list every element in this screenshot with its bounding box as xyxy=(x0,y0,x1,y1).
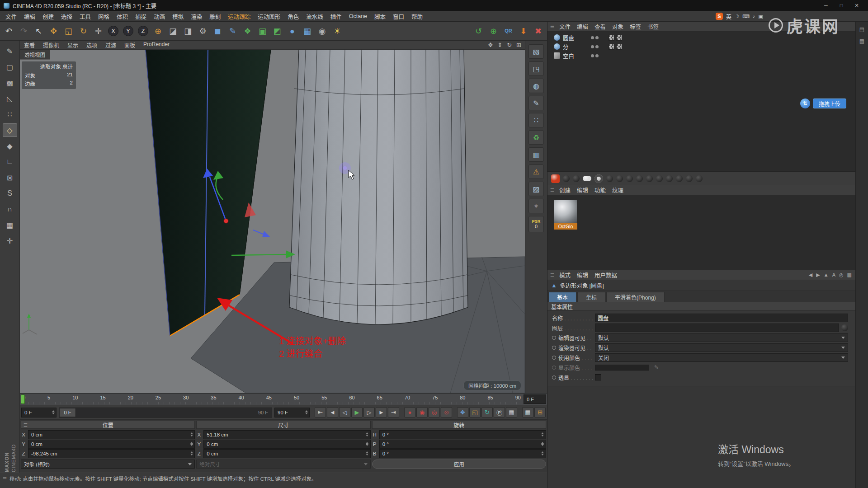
material-preview-light-icon[interactable] xyxy=(656,175,663,182)
workplane-mode-icon[interactable]: ◺ xyxy=(3,92,17,105)
play-button[interactable]: ▶ xyxy=(351,407,363,418)
coordinate-toggle-icon[interactable]: ↺ xyxy=(472,23,486,39)
side-tab-top-icon[interactable]: ▤ xyxy=(859,26,864,33)
menu-item-motion-tracker[interactable]: 运动跟踪 xyxy=(224,12,254,21)
stepper-icon[interactable] xyxy=(541,441,545,447)
texture-tag-icon[interactable] xyxy=(609,35,614,41)
viewport-menu-item[interactable]: 显示 xyxy=(63,41,82,49)
object-manager-menu-item[interactable]: 对象 xyxy=(609,22,627,31)
stepper-icon[interactable] xyxy=(541,450,545,457)
animation-dot-icon[interactable] xyxy=(552,346,556,350)
object-manager-menu-item[interactable]: 文件 xyxy=(556,22,574,31)
points-mode-icon[interactable]: ∷ xyxy=(3,108,17,121)
up-arrow-icon[interactable]: ▲ xyxy=(824,272,829,278)
tab-basic[interactable]: 基本 xyxy=(548,292,576,302)
frame-field[interactable]: 0 F xyxy=(524,394,546,404)
object-name[interactable]: 圆盘 xyxy=(563,33,586,42)
autokey-button[interactable]: ◉ xyxy=(416,407,428,418)
menu-item[interactable]: 选择 xyxy=(57,12,76,21)
goto-start-button[interactable]: ⇤ xyxy=(315,407,326,418)
object-manager-menu-item[interactable]: 标签 xyxy=(627,22,644,31)
coordinate-input[interactable]: 0 cm xyxy=(28,430,195,439)
next-frame-button[interactable]: ▷ xyxy=(363,407,375,418)
object-row[interactable]: 分 xyxy=(547,42,855,51)
visibility-dots[interactable] xyxy=(591,45,599,48)
record-position-icon[interactable]: ✥ xyxy=(457,407,468,418)
world-grid-icon[interactable]: ⊕ xyxy=(486,23,500,39)
transform-mode-dropdown[interactable]: 对象 (相对) xyxy=(21,460,195,469)
coord-system-icon[interactable]: ⊕ xyxy=(151,23,165,39)
visibility-dots[interactable] xyxy=(591,54,599,57)
menu-item[interactable]: 创建 xyxy=(39,12,57,21)
animation-dot-icon[interactable] xyxy=(552,375,556,380)
menu-item[interactable]: 角色 xyxy=(284,12,302,21)
menu-item[interactable]: 运动图形 xyxy=(254,12,284,21)
stepper-icon[interactable] xyxy=(304,409,308,416)
brush-icon[interactable]: ✎ xyxy=(528,96,544,110)
language-indicator[interactable]: 英 xyxy=(726,13,731,20)
viewport-menu-item[interactable]: ProRender xyxy=(139,41,174,49)
stepper-icon[interactable] xyxy=(365,431,369,438)
menu-item[interactable]: 文件 xyxy=(2,12,20,21)
bone-icon[interactable]: ⌖ xyxy=(528,199,544,213)
ime-mic-icon[interactable]: ♪ xyxy=(753,14,755,19)
coordinate-input[interactable]: 0 ° xyxy=(379,449,546,458)
next-key-button[interactable]: ► xyxy=(376,407,387,418)
menu-item[interactable]: 网格 xyxy=(94,12,113,21)
octane-diffuse-material-icon[interactable] xyxy=(551,174,560,183)
coordinate-input[interactable]: -98.245 cm xyxy=(28,449,195,458)
find-icon[interactable]: ◎ xyxy=(839,272,844,278)
sogou-ime-icon[interactable]: S xyxy=(716,13,723,20)
coordinate-input[interactable]: 51.18 cm xyxy=(203,430,370,439)
record-point-level-icon[interactable]: ▦ xyxy=(506,407,517,418)
texture-tag-icon[interactable] xyxy=(609,44,614,50)
menu-item[interactable]: 捕捉 xyxy=(132,12,150,21)
current-frame-spinner[interactable]: 0 F xyxy=(21,408,57,418)
object-row[interactable]: 空白 xyxy=(547,51,855,60)
use-color-dropdown[interactable]: 关闭 xyxy=(595,353,848,362)
animation-dot-icon[interactable] xyxy=(552,336,556,340)
record-selected-button[interactable]: ◎ xyxy=(429,407,440,418)
apply-button[interactable]: 应用 xyxy=(372,460,546,469)
dark-cube-icon[interactable]: ▨ xyxy=(528,182,544,196)
stepper-icon[interactable] xyxy=(189,441,193,447)
attribute-manager-menu-item[interactable]: 用户数据 xyxy=(591,271,620,279)
redo-icon[interactable]: ↷ xyxy=(17,23,31,39)
cube-edit-icon[interactable]: ▥ xyxy=(528,147,544,162)
visibility-dots[interactable] xyxy=(591,36,599,39)
material-manager-menu-item[interactable]: 编辑 xyxy=(574,186,591,194)
edit-color-icon[interactable]: ✎ xyxy=(654,364,659,371)
cloner-icon[interactable]: ▣ xyxy=(255,23,269,39)
tab-phong[interactable]: 平滑着色(Phong) xyxy=(606,292,665,302)
material-preview-blue-icon[interactable] xyxy=(563,175,570,182)
x-axis-lock-icon[interactable]: X xyxy=(106,23,120,39)
points-edit-icon[interactable]: ∷ xyxy=(528,113,544,127)
magnet-snap-icon[interactable]: ∩ xyxy=(3,202,17,216)
ime-tray[interactable]: S 英 ☽⌨♪▣ xyxy=(716,12,763,20)
viewport-menu-item[interactable]: 过滤 xyxy=(101,41,120,49)
end-frame-spinner[interactable]: 90 F xyxy=(274,408,310,418)
kinematic-icon[interactable]: ◍ xyxy=(528,79,544,93)
object-name[interactable]: 分 xyxy=(563,42,586,51)
record-scale-icon[interactable]: ◱ xyxy=(469,407,481,418)
material-manager-menu-item[interactable]: 创建 xyxy=(556,186,574,194)
z-axis-lock-icon[interactable]: Z xyxy=(136,23,150,39)
material-manager-menu-item[interactable]: 纹理 xyxy=(609,186,627,194)
material-preview-dark1-icon[interactable] xyxy=(646,175,653,182)
maximize-button[interactable]: □ xyxy=(834,0,849,11)
viewport-menu-item[interactable]: 面板 xyxy=(120,41,139,49)
lock-axis-icon[interactable]: ⊠ xyxy=(3,171,17,184)
spline-pen-icon[interactable]: ✎ xyxy=(226,23,240,39)
move-tool-icon[interactable]: ✥ xyxy=(47,23,61,39)
texture-tag-icon[interactable] xyxy=(616,35,622,41)
texture-tags[interactable] xyxy=(609,35,622,41)
subdivision-surface-icon[interactable]: ❖ xyxy=(241,23,255,39)
timeline-range-slider[interactable]: 0 F 90 F xyxy=(59,408,272,418)
rotate-view-icon[interactable]: ↻ xyxy=(507,42,512,48)
viewport-canvas[interactable]: 1 连接对象+删除 2 进行缝合 透视视图 选取对象 总计 对象 21 边缘 2… xyxy=(20,50,525,393)
render-to-picture-icon[interactable]: ◨ xyxy=(181,23,195,39)
menu-item[interactable]: Octane xyxy=(345,13,371,19)
material-thumbnail[interactable] xyxy=(554,200,577,223)
snap-icon[interactable]: S xyxy=(3,187,17,200)
deformer-icon[interactable]: ◩ xyxy=(270,23,284,39)
